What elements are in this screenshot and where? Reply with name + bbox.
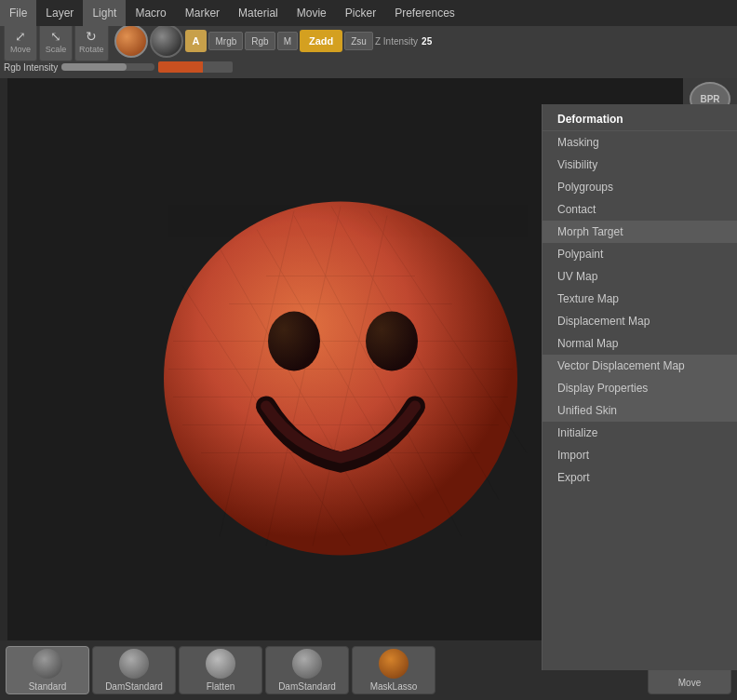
brush-damstandard2[interactable]: DamStandard bbox=[265, 646, 349, 694]
left-eye bbox=[268, 312, 320, 371]
bpr-label: BPR bbox=[700, 94, 719, 104]
menu-picker[interactable]: Picker bbox=[336, 0, 385, 26]
brush-flatten-icon bbox=[206, 649, 235, 679]
color-a-button[interactable]: A bbox=[185, 30, 208, 52]
dropdown-deformation[interactable]: Deformation bbox=[543, 108, 737, 131]
dropdown-morph-target[interactable]: Morph Target bbox=[543, 221, 737, 243]
brush-damstandard1-icon bbox=[119, 649, 149, 679]
brush-damstandard1[interactable]: DamStandard bbox=[92, 646, 176, 694]
dropdown-texture-map[interactable]: Texture Map bbox=[543, 288, 737, 310]
dropdown-polypaint[interactable]: Polypaint bbox=[543, 243, 737, 265]
dropdown-displacement-map[interactable]: Displacement Map bbox=[543, 310, 737, 332]
dropdown-contact[interactable]: Contact bbox=[543, 198, 737, 221]
brush-damstandard2-icon bbox=[292, 649, 322, 679]
scale-icon: ⤡ bbox=[50, 29, 61, 44]
rgb-intensity-label: Rgb Intensity bbox=[4, 62, 58, 73]
brush-standard[interactable]: Standard bbox=[6, 646, 89, 694]
rgb-button[interactable]: Rgb bbox=[245, 32, 275, 50]
z-intensity-value: 25 bbox=[422, 36, 432, 47]
menu-bar: File Layer Light Macro Marker Material M… bbox=[0, 0, 737, 26]
brush-standard-label: Standard bbox=[29, 681, 67, 692]
mrgb-button[interactable]: Mrgb bbox=[208, 32, 243, 50]
dropdown-export[interactable]: Export bbox=[543, 466, 737, 489]
dropdown-masking[interactable]: Masking bbox=[543, 131, 737, 154]
right-eye bbox=[366, 312, 418, 371]
toolbar-row1: ⤢ Move ⤡ Scale ↻ Rotate A Mrgb Rgb M Zad… bbox=[0, 26, 737, 56]
brush-damstandard1-label: DamStandard bbox=[105, 681, 163, 692]
brush-flatten-label: Flatten bbox=[207, 681, 235, 692]
rgb-intensity-fill bbox=[61, 63, 127, 71]
brush-masklasso[interactable]: MaskLasso bbox=[352, 646, 436, 694]
zsu-button[interactable]: Zsu bbox=[344, 32, 373, 50]
z-intensity-group: Z Intensity 25 bbox=[375, 36, 432, 47]
dropdown-unified-skin[interactable]: Unified Skin bbox=[543, 399, 737, 422]
dropdown-initialize[interactable]: Initialize bbox=[543, 422, 737, 444]
3d-render-svg bbox=[145, 137, 545, 584]
dropdown-import[interactable]: Import bbox=[543, 444, 737, 466]
dropdown-polygroups[interactable]: Polygroups bbox=[543, 176, 737, 198]
sphere-body bbox=[164, 202, 517, 556]
rgb-intensity-row: Rgb Intensity bbox=[4, 61, 233, 73]
menu-light[interactable]: Light bbox=[83, 0, 126, 26]
dropdown-uv-map[interactable]: UV Map bbox=[543, 265, 737, 288]
menu-movie[interactable]: Movie bbox=[288, 0, 336, 26]
dropdown-vector-displacement[interactable]: Vector Displacement Map bbox=[543, 355, 737, 377]
m-button[interactable]: M bbox=[277, 32, 298, 50]
left-panel bbox=[0, 78, 7, 644]
menu-preferences[interactable]: Preferences bbox=[385, 0, 464, 26]
menu-material[interactable]: Material bbox=[229, 0, 288, 26]
dropdown-visibility[interactable]: Visibility bbox=[543, 154, 737, 176]
scale-label: Scale bbox=[46, 45, 67, 54]
main-layout: ⊙ BPR SPix 3 ⇕ Scroll 🔍 Zoom ⊡ Actual ◫ … bbox=[0, 78, 737, 644]
render-viewport bbox=[145, 137, 545, 586]
move-label: Move bbox=[10, 45, 31, 54]
brush-standard-icon bbox=[33, 649, 62, 679]
material-sphere-dark[interactable] bbox=[150, 24, 183, 58]
brush-move-label: Move bbox=[678, 678, 701, 688]
brush-damstandard2-label: DamStandard bbox=[278, 681, 336, 692]
rotate-label: Rotate bbox=[79, 45, 104, 54]
dropdown-menu: Deformation Masking Visibility Polygroup… bbox=[542, 104, 737, 670]
dropdown-display-properties[interactable]: Display Properties bbox=[543, 377, 737, 399]
rotate-icon: ↻ bbox=[86, 29, 97, 44]
toolbar-wrapper: ⤢ Move ⤡ Scale ↻ Rotate A Mrgb Rgb M Zad… bbox=[0, 26, 737, 78]
menu-macro[interactable]: Macro bbox=[126, 0, 175, 26]
menu-layer[interactable]: Layer bbox=[36, 0, 83, 26]
zadd-button[interactable]: Zadd bbox=[300, 30, 342, 52]
toolbar-row2: Rgb Intensity bbox=[0, 56, 737, 78]
material-sphere-orange[interactable] bbox=[114, 24, 148, 58]
dropdown-normal-map[interactable]: Normal Map bbox=[543, 332, 737, 355]
z-intensity-label: Z Intensity bbox=[375, 36, 418, 47]
rgb-intensity-slider[interactable] bbox=[61, 63, 154, 71]
brush-masklasso-label: MaskLasso bbox=[370, 681, 418, 692]
menu-marker[interactable]: Marker bbox=[176, 0, 229, 26]
intensity-bar bbox=[158, 61, 233, 73]
menu-file[interactable]: File bbox=[0, 0, 36, 26]
brush-flatten[interactable]: Flatten bbox=[179, 646, 262, 694]
brush-masklasso-icon bbox=[379, 649, 409, 679]
move-icon: ⤢ bbox=[15, 29, 26, 44]
